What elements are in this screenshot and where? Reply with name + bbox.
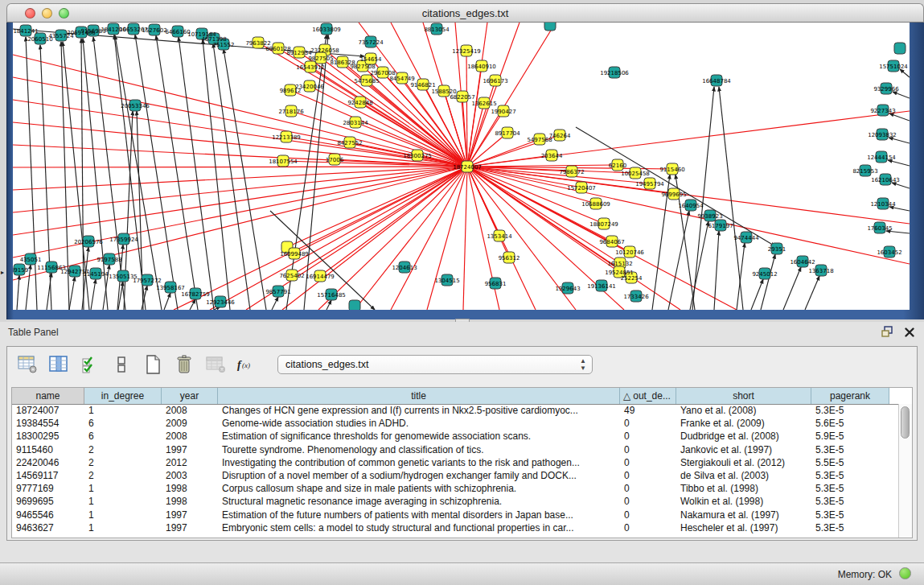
node-label: 9245012 <box>752 271 777 278</box>
column-header-short[interactable]: short <box>676 388 811 404</box>
cell: 0 <box>620 509 676 521</box>
column-header-in-degree[interactable]: in_degree <box>84 388 162 404</box>
network-edge <box>690 221 708 310</box>
cell: 18724007 <box>12 405 84 416</box>
float-panel-icon[interactable] <box>881 326 893 340</box>
cell: 1 <box>84 509 162 521</box>
cell: Wolkin et al. (1998) <box>676 496 811 507</box>
network-edge <box>13 122 467 167</box>
node-label: 17006 <box>326 157 344 163</box>
node-label: 9146821 <box>410 82 435 89</box>
cell: Disruption of a novel member of a sodium… <box>218 470 620 481</box>
memory-ok-indicator <box>899 567 911 579</box>
cell: Yano et al. (2008) <box>676 405 811 416</box>
node-label: 39159 <box>13 267 28 274</box>
delete-column-icon[interactable] <box>172 352 196 377</box>
table-row[interactable]: 946362711997Embryonic stem cells: a mode… <box>12 521 899 534</box>
svg-text:(x): (x) <box>242 361 250 369</box>
node-label: 8427552 <box>337 140 362 146</box>
cell: 1 <box>84 522 162 534</box>
network-edge <box>318 167 467 310</box>
table-panel: Table Panel <box>0 322 924 563</box>
rows-icon[interactable] <box>109 352 133 377</box>
table-selector[interactable]: citations_edges.txt ▲▼ <box>277 355 593 374</box>
network-node[interactable] <box>349 300 360 310</box>
table-row[interactable]: 1938455462009Genome-wide association stu… <box>12 417 899 430</box>
select-columns-icon[interactable] <box>78 352 102 377</box>
table-mode-icon[interactable] <box>15 352 39 377</box>
table-row[interactable]: 977716911998Corpus callosum shape and si… <box>12 482 899 495</box>
node-label: 1615132 <box>607 261 632 267</box>
node-label: 1204613 <box>392 265 417 271</box>
table-vertical-scrollbar[interactable] <box>898 404 912 538</box>
node-label: 16914479 <box>306 274 335 280</box>
network-canvas[interactable]: 1872400718412412060510435572420691406915… <box>13 23 910 310</box>
cell: Structural magnetic resonance image aver… <box>218 496 620 507</box>
node-label: 1362615 <box>471 101 496 107</box>
node-label: 1604642 <box>790 259 815 266</box>
cell: Franke et al. (2009) <box>676 418 811 429</box>
network-edge <box>164 293 170 310</box>
close-panel-icon[interactable] <box>905 326 914 340</box>
column-header-pagerank[interactable]: pagerank <box>811 388 889 404</box>
network-edge <box>719 87 743 310</box>
show-columns-icon[interactable] <box>47 352 71 377</box>
node-label: 15720407 <box>567 185 596 192</box>
function-builder-icon[interactable]: f(x) <box>235 352 259 377</box>
cell: 6 <box>84 431 162 442</box>
table-row[interactable]: 1456911722003Disruption of a novel membe… <box>12 469 899 482</box>
cell: 0 <box>620 470 676 481</box>
network-edge <box>893 92 910 98</box>
node-label: 9329966 <box>873 86 899 93</box>
node-label: 252254 <box>621 275 643 282</box>
cell: Corpus callosum shape and size in male p… <box>218 483 620 494</box>
column-header-title[interactable]: title <box>218 388 620 404</box>
scrollbar-thumb[interactable] <box>901 406 910 439</box>
network-view[interactable]: 1872400718412412060510435572420691406915… <box>13 23 910 310</box>
cell: Tibbo et al. (1998) <box>676 483 811 494</box>
node-label: 13958167 <box>156 285 185 291</box>
table-row[interactable]: 969969511998Structural magnetic resonanc… <box>12 495 899 508</box>
node-label: 956312 <box>499 255 520 262</box>
cell: 9777169 <box>12 483 84 494</box>
cell: 2008 <box>162 405 218 416</box>
table-row[interactable]: 1872400712008Changes of HCN gene express… <box>12 404 899 417</box>
network-frame: 1872400718412412060510435572420691406915… <box>6 23 924 319</box>
node-label: 6822057 <box>450 94 474 101</box>
cell: 1998 <box>162 483 218 494</box>
network-edge <box>179 37 214 310</box>
network-edge <box>783 267 801 310</box>
node-label: 1210344 <box>870 201 896 208</box>
table-row[interactable]: 946554611997Estimation of the future num… <box>12 509 899 521</box>
table-row[interactable]: 1830029562008Estimation of significance … <box>12 430 899 443</box>
node-label: 1640954 <box>678 203 704 209</box>
table-row[interactable]: 2242004622012Investigating the contribut… <box>12 456 899 469</box>
network-node[interactable] <box>544 23 556 31</box>
window-title: citations_edges.txt <box>7 7 923 19</box>
node-label: 7986372 <box>559 169 584 175</box>
node-label: 16648784 <box>702 78 731 84</box>
column-header-year[interactable]: year <box>162 388 218 404</box>
cell: 5.5E-5 <box>811 457 889 468</box>
new-column-icon[interactable] <box>141 352 165 377</box>
node-label: 9242848 <box>347 100 372 106</box>
network-edge <box>889 207 910 211</box>
cell: 1 <box>84 405 162 416</box>
node-label: 1145194 <box>83 271 109 278</box>
column-header-out-degree[interactable]: △ out_de... <box>620 388 676 404</box>
delete-table-icon[interactable] <box>203 352 228 377</box>
column-header-name[interactable]: name <box>12 388 84 404</box>
network-edge <box>17 275 19 310</box>
network-node[interactable] <box>894 43 906 54</box>
window-titlebar[interactable]: citations_edges.txt <box>6 3 924 23</box>
node-label: 203644 <box>541 153 563 159</box>
network-edge <box>900 69 910 77</box>
node-label: 1733426 <box>623 294 649 300</box>
node-label: 10688609 <box>581 201 610 208</box>
table-row[interactable]: 911546021997Tourette syndrome. Phenomeno… <box>12 443 899 456</box>
node-label: 9115460 <box>659 167 684 173</box>
node-label: 19218506 <box>600 70 629 76</box>
node-label: 989612 <box>280 88 302 94</box>
node-label: 6466160 <box>165 29 190 35</box>
cell: 5.3E-5 <box>811 405 889 416</box>
